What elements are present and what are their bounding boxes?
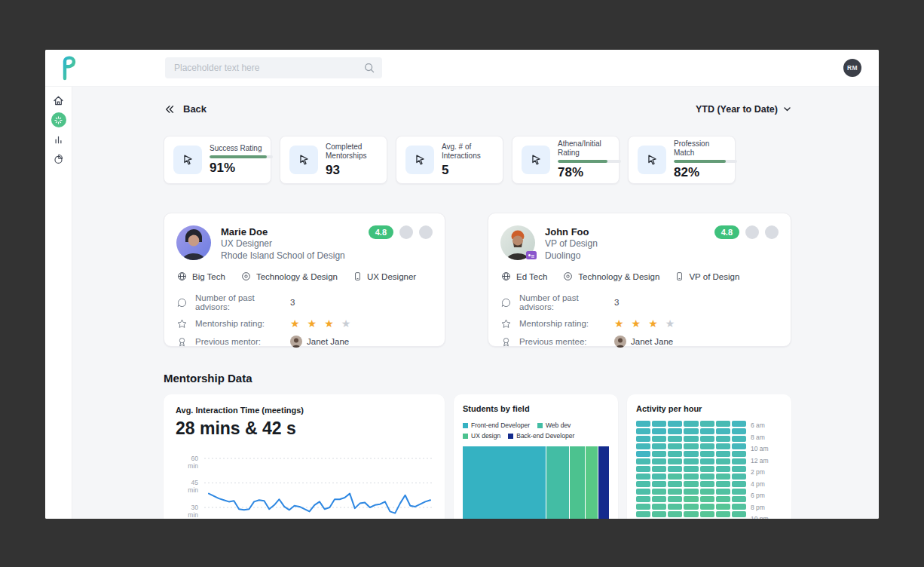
star-rating: ★★★★ (614, 317, 678, 329)
legend-swatch (508, 434, 513, 439)
stat-value: 78% (558, 165, 613, 180)
star-filled-icon: ★ (614, 317, 627, 329)
rating-badge: 4.8 (714, 225, 739, 239)
sidebar (45, 87, 72, 519)
detail-row-advisors: Number of past advisors: 3 (500, 293, 779, 311)
person-chip: Janet Jane (614, 336, 673, 348)
profile-details: Number of past advisors: 3 Mentorship ra… (176, 293, 433, 348)
legend-item: Front-end Developer (463, 421, 530, 429)
heatmap-cell (652, 451, 666, 457)
back-button[interactable]: Back (164, 103, 207, 115)
home-icon (52, 94, 65, 107)
device-icon (675, 271, 684, 282)
hour-label: 6 am (751, 421, 765, 429)
app-body: Back YTD (Year to Date) (45, 87, 879, 519)
hour-label: 2 pm (751, 468, 765, 476)
period-label: YTD (Year to Date) (696, 104, 778, 115)
heatmap-cell (684, 436, 698, 442)
chart-card-activity-per-hour: Activity per hour 6 am8 am10 am12 am2 pm… (627, 394, 791, 519)
search-input[interactable] (165, 57, 382, 78)
detail-row-previous: Previous mentee: Janet Jane (500, 336, 779, 348)
profile-card-mentee[interactable]: Marie Doe UX Designer Rhode Island Schoo… (164, 213, 445, 347)
sidebar-item-home[interactable] (51, 93, 66, 108)
profile-name: John Foo (545, 226, 598, 238)
chart-title: Students by field (463, 404, 609, 413)
heatmap-cell (684, 481, 698, 487)
heatmap-row (636, 421, 746, 427)
detail-row-rating: Mentorship rating: ★★★★ (500, 317, 779, 329)
heatmap-cell (636, 451, 650, 457)
heatmap-cell (652, 504, 666, 510)
heatmap-cell (636, 443, 650, 449)
heatmap-cell (652, 481, 666, 487)
heatmap-cell (732, 496, 746, 502)
status-dot (399, 225, 413, 239)
stat-label: Athena/Initial Rating (558, 139, 613, 158)
legend-item: Web dev (537, 421, 571, 429)
heatmap-cell (732, 466, 746, 472)
heatmap-row (636, 458, 746, 464)
device-icon (353, 271, 363, 282)
stat-card-avg-interactions[interactable]: Avg. # of Interactions 5 (396, 136, 503, 184)
stat-label: Completed Mentorships (326, 143, 381, 161)
stat-cards-row: Success Rating 91% Completed Mentorships… (164, 136, 879, 184)
tag-label: Big Tech (192, 272, 225, 281)
stat-card-completed-mentorships[interactable]: Completed Mentorships 93 (280, 136, 387, 184)
app-window: RM (45, 50, 879, 519)
eye-icon (240, 271, 252, 282)
heatmap-cell (700, 421, 714, 427)
stat-card-profession-match[interactable]: Profession Match 82% (628, 136, 736, 184)
sidebar-item-reports[interactable] (51, 152, 66, 167)
heatmap-cell (636, 428, 650, 434)
bar-segment-front-end-developer (463, 446, 546, 519)
stat-card-success-rating[interactable]: Success Rating 91% (164, 136, 271, 184)
profile-avatar (176, 225, 211, 260)
hour-label: 10 pm (751, 515, 769, 519)
stat-label: Profession Match (674, 139, 729, 158)
desktop-background: RM (0, 0, 924, 567)
sidebar-item-statistics[interactable] (51, 132, 66, 147)
heatmap-cell (636, 436, 650, 442)
detail-value: 3 (614, 298, 619, 307)
detail-label: Number of past advisors: (195, 293, 280, 311)
detail-value: 3 (290, 298, 295, 307)
user-avatar[interactable]: RM (843, 59, 861, 77)
svg-text:30: 30 (191, 504, 199, 511)
heatmap-cell (668, 489, 682, 495)
progress-fill (210, 155, 267, 158)
main-content: Back YTD (Year to Date) (72, 87, 879, 519)
star-empty-icon: ★ (341, 317, 354, 329)
svg-text:min: min (188, 486, 198, 494)
heatmap-cell (684, 443, 698, 449)
detail-row-rating: Mentorship rating: ★★★★ (176, 317, 433, 329)
status-dot (765, 225, 779, 239)
svg-text:min: min (188, 511, 198, 519)
stat-card-athena-rating[interactable]: Athena/Initial Rating 78% (512, 136, 620, 184)
cursor-icon (405, 146, 434, 174)
legend-label: Web dev (546, 421, 571, 429)
profile-card-mentor[interactable]: John Foo VP of Design Duolingo 4.8 (488, 213, 791, 347)
heatmap-cell (716, 481, 730, 487)
back-label: Back (183, 103, 207, 115)
search-bar (165, 57, 382, 78)
status-dot (745, 225, 759, 239)
legend-item: Back-end Developer (508, 432, 574, 440)
progress-track (558, 160, 621, 163)
heatmap-grid (636, 421, 746, 519)
mini-avatar (614, 336, 626, 348)
heatmap-cell (700, 504, 714, 510)
star-icon (500, 317, 512, 329)
heatmap-cell (716, 428, 730, 434)
heatmap-cell (716, 458, 730, 464)
heatmap-cell (716, 511, 730, 517)
legend-label: Front-end Developer (471, 421, 530, 429)
chevron-down-icon (783, 106, 791, 112)
heatmap-cell (684, 421, 698, 427)
progress-fill (674, 160, 726, 163)
period-selector[interactable]: YTD (Year to Date) (696, 104, 791, 115)
heatmap-cell (684, 511, 698, 517)
profile-org: Rhode Island School of Design (221, 250, 345, 262)
sidebar-item-mentorship[interactable] (51, 112, 66, 127)
heatmap-cell (732, 443, 746, 449)
heatmap-cell (668, 474, 682, 480)
